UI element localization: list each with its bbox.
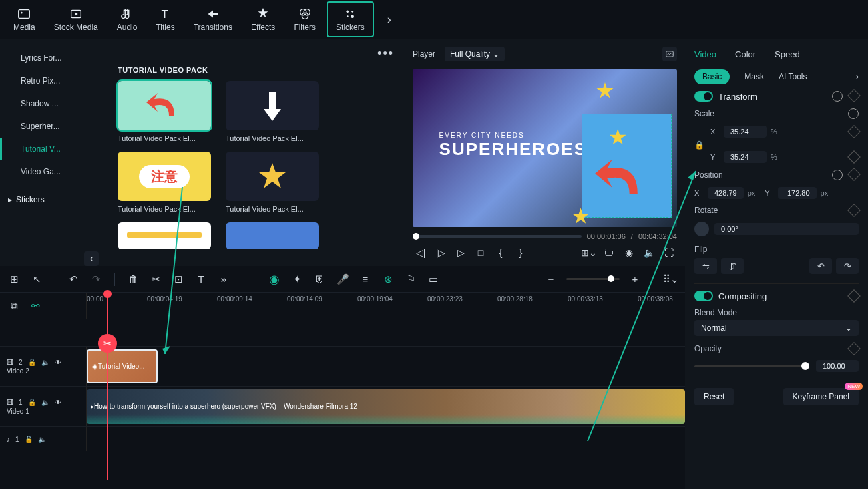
nav-transitions[interactable]: Transitions	[186, 3, 240, 36]
sidebar-item-tutorial[interactable]: Tutorial V...	[0, 138, 107, 160]
flip-horizontal-button[interactable]: ⇋	[694, 258, 717, 274]
scale-y-keyframe[interactable]	[847, 150, 861, 164]
text-icon[interactable]: T	[194, 272, 208, 287]
opacity-keyframe-icon[interactable]	[847, 342, 861, 355]
sticker-clip[interactable]: ◉ Tutorial Video...	[87, 349, 158, 383]
nav-titles[interactable]: TTitles	[148, 3, 182, 36]
scale-y-input[interactable]: 35.24	[724, 151, 767, 163]
tab-video[interactable]: Video	[694, 49, 716, 59]
scale-x-keyframe[interactable]	[847, 125, 861, 138]
scrub-handle[interactable]	[413, 233, 419, 240]
position-keyframe-icon[interactable]	[847, 168, 861, 181]
playhead[interactable]: ✂	[107, 293, 108, 480]
zoom-in-icon[interactable]: +	[628, 272, 642, 287]
more-tools-icon[interactable]: »	[216, 272, 231, 287]
shield-icon[interactable]: ⛨	[312, 272, 327, 287]
rotate-cw-button[interactable]: ↷	[836, 258, 859, 274]
fullscreen-icon[interactable]: ⛶	[661, 244, 677, 261]
scale-x-input[interactable]: 35.24	[724, 126, 767, 138]
nav-stickers[interactable]: Stickers	[327, 1, 374, 37]
sidebar-item-superhero[interactable]: Superher...	[0, 115, 107, 138]
rotate-keyframe-icon[interactable]	[847, 204, 861, 217]
position-reset-icon[interactable]	[832, 170, 843, 180]
delete-icon[interactable]: 🗑	[126, 272, 140, 287]
snapshot-icon[interactable]	[662, 47, 677, 61]
volume-icon[interactable]: 🔈	[641, 244, 657, 261]
asset-item[interactable]: Tutorial Video Pack El...	[226, 81, 319, 142]
transform-keyframe-icon[interactable]	[847, 89, 861, 102]
sidebar-collapse-button[interactable]: ‹	[84, 251, 99, 266]
view-options-icon[interactable]: ⠿⌄	[664, 272, 678, 287]
transform-toggle[interactable]	[694, 91, 713, 102]
lock-icon[interactable]: 🔓	[28, 399, 36, 406]
copy-icon[interactable]: ⧉	[7, 299, 21, 313]
camera-icon[interactable]: ◉	[621, 244, 637, 261]
rotate-ccw-button[interactable]: ↶	[809, 258, 832, 274]
asset-item[interactable]: 注意 Tutorial Video Pack El...	[118, 152, 211, 213]
flip-vertical-button[interactable]: ⇵	[721, 258, 744, 274]
stop-icon[interactable]: □	[473, 244, 489, 261]
pos-y-input[interactable]: -172.80	[778, 187, 816, 199]
pos-x-input[interactable]: 428.79	[708, 187, 744, 199]
mark-out-icon[interactable]: }	[513, 244, 529, 261]
zoom-out-icon[interactable]: −	[544, 272, 558, 287]
sidebar-item-lyrics[interactable]: Lyrics For...	[0, 47, 107, 69]
playhead-cut-icon[interactable]: ✂	[98, 334, 117, 353]
frame-icon[interactable]: ▭	[426, 272, 441, 287]
nav-media[interactable]: Media	[5, 3, 43, 36]
subtab-more-chevron[interactable]: ›	[856, 72, 859, 82]
asset-item[interactable]	[226, 222, 319, 249]
sidebar-item-shadow[interactable]: Shadow ...	[0, 92, 107, 115]
grid-icon[interactable]: ⊞	[7, 272, 21, 287]
sidebar-item-videogame[interactable]: Video Ga...	[0, 160, 107, 183]
nav-filters[interactable]: Filters	[286, 3, 324, 36]
asset-item[interactable]	[118, 222, 211, 249]
undo-icon[interactable]: ↶	[66, 272, 81, 287]
next-frame-icon[interactable]: |▷	[433, 244, 449, 261]
compositing-keyframe-icon[interactable]	[847, 289, 861, 303]
asset-item[interactable]: Tutorial Video Pack El...	[226, 152, 319, 213]
mute-icon[interactable]: 🔈	[38, 436, 46, 443]
tab-speed[interactable]: Speed	[775, 49, 800, 59]
visibility-icon[interactable]: 👁	[55, 399, 61, 406]
ruler[interactable]: ✂ 00:00 00:00:04:19 00:00:09:14 00:00:14…	[87, 293, 685, 319]
redo-icon[interactable]: ↷	[89, 272, 103, 287]
quality-dropdown[interactable]: Full Quality⌄	[445, 47, 505, 61]
assets-menu-icon[interactable]: •••	[377, 47, 394, 61]
opacity-slider[interactable]	[694, 365, 809, 367]
subtab-mask[interactable]: Mask	[744, 72, 764, 82]
video-clip[interactable]: ▸ How to transform yourself into a super…	[87, 389, 685, 424]
reset-button[interactable]: Reset	[694, 388, 734, 405]
compositing-toggle[interactable]	[694, 291, 713, 301]
display-icon[interactable]: 🖵	[601, 244, 617, 261]
crop-icon[interactable]: ⊡	[171, 272, 186, 287]
transform-reset-icon[interactable]	[832, 91, 843, 102]
nav-audio[interactable]: Audio	[109, 3, 146, 36]
nav-effects[interactable]: Effects	[243, 3, 283, 36]
lock-icon[interactable]: 🔓	[25, 436, 33, 443]
mark-in-icon[interactable]: {	[493, 244, 509, 261]
marker-icon[interactable]: ⚐	[403, 272, 418, 287]
preview-viewport[interactable]: EVERY CITY NEEDS SUPERHEROES	[413, 69, 677, 227]
tab-color[interactable]: Color	[735, 49, 756, 59]
nav-more-chevron[interactable]: ›	[379, 13, 399, 27]
rotate-dial[interactable]	[694, 222, 709, 236]
select-icon[interactable]: ↖	[29, 272, 44, 287]
ai-icon[interactable]: ◉	[267, 272, 282, 287]
mic-icon[interactable]: 🎤	[335, 272, 350, 287]
lock-icon[interactable]: 🔒	[694, 140, 859, 150]
magnet-icon[interactable]: ⊛	[381, 272, 395, 287]
visibility-icon[interactable]: 👁	[55, 359, 61, 366]
link-icon[interactable]: ⚯	[28, 299, 43, 313]
keyframe-panel-button[interactable]: Keyframe Panel NEW	[783, 388, 859, 405]
subtab-basic[interactable]: Basic	[694, 69, 730, 84]
scale-reset-icon[interactable]	[848, 108, 859, 119]
blend-mode-select[interactable]: Normal⌄	[694, 320, 859, 336]
prev-frame-icon[interactable]: ◁|	[413, 244, 429, 261]
rotate-input[interactable]: 0.00°	[714, 223, 859, 235]
mute-icon[interactable]: 🔈	[41, 359, 49, 366]
sidebar-category-stickers[interactable]: ▸Stickers	[0, 188, 107, 211]
list-icon[interactable]: ≡	[358, 272, 373, 287]
selected-sticker-bbox[interactable]	[582, 114, 672, 218]
mute-icon[interactable]: 🔈	[41, 399, 49, 406]
